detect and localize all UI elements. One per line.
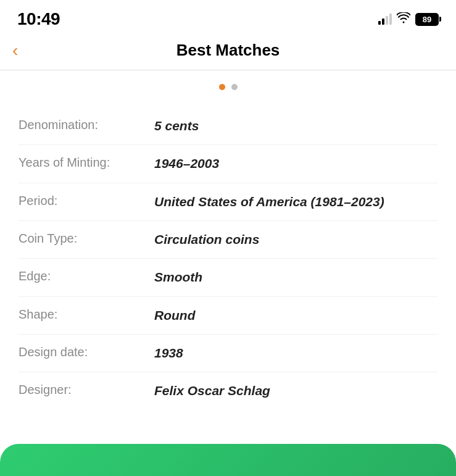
detail-value: 5 cents: [154, 117, 437, 135]
detail-value: Circulation coins: [154, 231, 437, 248]
detail-label: Years of Minting:: [19, 155, 154, 170]
detail-row: Years of Minting:1946–2003: [19, 145, 437, 183]
detail-row: Design date:1938: [19, 335, 437, 372]
detail-value: Smooth: [154, 269, 437, 286]
detail-label: Denomination:: [19, 117, 154, 132]
detail-label: Design date:: [19, 344, 154, 359]
pagination-dot-2[interactable]: [231, 84, 238, 90]
pagination-dots: [0, 70, 456, 101]
details-section: Denomination:5 centsYears of Minting:194…: [0, 101, 456, 422]
status-icons: 89: [378, 12, 439, 27]
pagination-dot-1[interactable]: [219, 84, 225, 90]
detail-label: Coin Type:: [19, 231, 154, 246]
wifi-icon: [397, 12, 410, 27]
detail-value: 1946–2003: [154, 155, 437, 172]
detail-row: Coin Type:Circulation coins: [19, 221, 437, 259]
detail-value: United States of America (1981–2023): [154, 193, 437, 211]
nav-header: ‹ Best Matches: [0, 35, 456, 70]
detail-row: Denomination:5 cents: [19, 107, 437, 145]
detail-value: Felix Oscar Schlag: [154, 382, 437, 399]
detail-value: Round: [154, 307, 437, 324]
battery-level: 89: [423, 15, 431, 24]
detail-label: Designer:: [19, 382, 154, 397]
detail-row: Edge:Smooth: [19, 259, 437, 296]
detail-row: Designer:Felix Oscar Schlag: [19, 372, 437, 409]
detail-value: 1938: [154, 344, 437, 362]
signal-icon: [378, 14, 392, 25]
detail-label: Edge:: [19, 269, 154, 283]
detail-row: Shape:Round: [19, 297, 437, 335]
status-bar: 10:49 89: [0, 0, 456, 35]
status-time: 10:49: [17, 9, 60, 29]
detail-label: Period:: [19, 193, 154, 208]
detail-row: Period:United States of America (1981–20…: [19, 183, 437, 221]
bottom-bar: [0, 444, 456, 476]
detail-label: Shape:: [19, 307, 154, 322]
back-button[interactable]: ‹: [12, 42, 18, 59]
page-title: Best Matches: [176, 41, 280, 60]
battery-icon: 89: [415, 13, 439, 26]
